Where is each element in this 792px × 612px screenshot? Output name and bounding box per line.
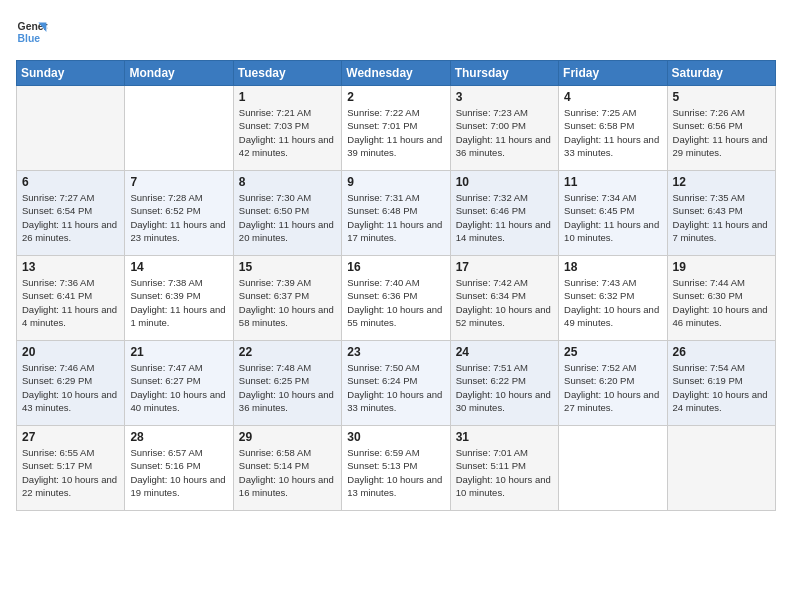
day-number: 3 bbox=[456, 90, 553, 104]
day-number: 24 bbox=[456, 345, 553, 359]
calendar-cell: 10Sunrise: 7:32 AM Sunset: 6:46 PM Dayli… bbox=[450, 171, 558, 256]
day-info: Sunrise: 7:22 AM Sunset: 7:01 PM Dayligh… bbox=[347, 106, 444, 159]
day-number: 23 bbox=[347, 345, 444, 359]
day-number: 2 bbox=[347, 90, 444, 104]
calendar-cell: 14Sunrise: 7:38 AM Sunset: 6:39 PM Dayli… bbox=[125, 256, 233, 341]
calendar-cell: 19Sunrise: 7:44 AM Sunset: 6:30 PM Dayli… bbox=[667, 256, 775, 341]
week-row-5: 27Sunrise: 6:55 AM Sunset: 5:17 PM Dayli… bbox=[17, 426, 776, 511]
calendar-cell: 2Sunrise: 7:22 AM Sunset: 7:01 PM Daylig… bbox=[342, 86, 450, 171]
day-info: Sunrise: 7:27 AM Sunset: 6:54 PM Dayligh… bbox=[22, 191, 119, 244]
day-info: Sunrise: 7:25 AM Sunset: 6:58 PM Dayligh… bbox=[564, 106, 661, 159]
day-number: 31 bbox=[456, 430, 553, 444]
calendar-cell: 31Sunrise: 7:01 AM Sunset: 5:11 PM Dayli… bbox=[450, 426, 558, 511]
calendar-cell: 5Sunrise: 7:26 AM Sunset: 6:56 PM Daylig… bbox=[667, 86, 775, 171]
day-info: Sunrise: 7:28 AM Sunset: 6:52 PM Dayligh… bbox=[130, 191, 227, 244]
header-row: SundayMondayTuesdayWednesdayThursdayFrid… bbox=[17, 61, 776, 86]
day-info: Sunrise: 7:35 AM Sunset: 6:43 PM Dayligh… bbox=[673, 191, 770, 244]
day-number: 22 bbox=[239, 345, 336, 359]
week-row-3: 13Sunrise: 7:36 AM Sunset: 6:41 PM Dayli… bbox=[17, 256, 776, 341]
logo-icon: General Blue bbox=[16, 16, 48, 48]
calendar-cell: 29Sunrise: 6:58 AM Sunset: 5:14 PM Dayli… bbox=[233, 426, 341, 511]
calendar-cell: 6Sunrise: 7:27 AM Sunset: 6:54 PM Daylig… bbox=[17, 171, 125, 256]
week-row-2: 6Sunrise: 7:27 AM Sunset: 6:54 PM Daylig… bbox=[17, 171, 776, 256]
day-number: 17 bbox=[456, 260, 553, 274]
calendar-cell bbox=[559, 426, 667, 511]
day-info: Sunrise: 6:58 AM Sunset: 5:14 PM Dayligh… bbox=[239, 446, 336, 499]
day-info: Sunrise: 7:54 AM Sunset: 6:19 PM Dayligh… bbox=[673, 361, 770, 414]
day-number: 10 bbox=[456, 175, 553, 189]
day-number: 21 bbox=[130, 345, 227, 359]
day-info: Sunrise: 7:46 AM Sunset: 6:29 PM Dayligh… bbox=[22, 361, 119, 414]
day-info: Sunrise: 7:47 AM Sunset: 6:27 PM Dayligh… bbox=[130, 361, 227, 414]
day-number: 26 bbox=[673, 345, 770, 359]
day-info: Sunrise: 7:40 AM Sunset: 6:36 PM Dayligh… bbox=[347, 276, 444, 329]
day-info: Sunrise: 7:26 AM Sunset: 6:56 PM Dayligh… bbox=[673, 106, 770, 159]
header-cell-friday: Friday bbox=[559, 61, 667, 86]
day-info: Sunrise: 7:21 AM Sunset: 7:03 PM Dayligh… bbox=[239, 106, 336, 159]
calendar-cell: 4Sunrise: 7:25 AM Sunset: 6:58 PM Daylig… bbox=[559, 86, 667, 171]
calendar-cell: 26Sunrise: 7:54 AM Sunset: 6:19 PM Dayli… bbox=[667, 341, 775, 426]
day-info: Sunrise: 7:42 AM Sunset: 6:34 PM Dayligh… bbox=[456, 276, 553, 329]
header-cell-wednesday: Wednesday bbox=[342, 61, 450, 86]
day-info: Sunrise: 7:31 AM Sunset: 6:48 PM Dayligh… bbox=[347, 191, 444, 244]
week-row-1: 1Sunrise: 7:21 AM Sunset: 7:03 PM Daylig… bbox=[17, 86, 776, 171]
day-info: Sunrise: 7:52 AM Sunset: 6:20 PM Dayligh… bbox=[564, 361, 661, 414]
day-number: 28 bbox=[130, 430, 227, 444]
calendar-cell: 17Sunrise: 7:42 AM Sunset: 6:34 PM Dayli… bbox=[450, 256, 558, 341]
day-info: Sunrise: 7:48 AM Sunset: 6:25 PM Dayligh… bbox=[239, 361, 336, 414]
day-number: 8 bbox=[239, 175, 336, 189]
day-info: Sunrise: 7:01 AM Sunset: 5:11 PM Dayligh… bbox=[456, 446, 553, 499]
day-number: 29 bbox=[239, 430, 336, 444]
day-info: Sunrise: 7:43 AM Sunset: 6:32 PM Dayligh… bbox=[564, 276, 661, 329]
calendar-table: SundayMondayTuesdayWednesdayThursdayFrid… bbox=[16, 60, 776, 511]
day-number: 6 bbox=[22, 175, 119, 189]
day-info: Sunrise: 7:39 AM Sunset: 6:37 PM Dayligh… bbox=[239, 276, 336, 329]
calendar-cell: 21Sunrise: 7:47 AM Sunset: 6:27 PM Dayli… bbox=[125, 341, 233, 426]
day-info: Sunrise: 7:30 AM Sunset: 6:50 PM Dayligh… bbox=[239, 191, 336, 244]
day-info: Sunrise: 7:36 AM Sunset: 6:41 PM Dayligh… bbox=[22, 276, 119, 329]
calendar-cell bbox=[17, 86, 125, 171]
day-number: 14 bbox=[130, 260, 227, 274]
calendar-cell: 8Sunrise: 7:30 AM Sunset: 6:50 PM Daylig… bbox=[233, 171, 341, 256]
day-number: 15 bbox=[239, 260, 336, 274]
calendar-cell: 15Sunrise: 7:39 AM Sunset: 6:37 PM Dayli… bbox=[233, 256, 341, 341]
day-info: Sunrise: 7:23 AM Sunset: 7:00 PM Dayligh… bbox=[456, 106, 553, 159]
day-info: Sunrise: 7:51 AM Sunset: 6:22 PM Dayligh… bbox=[456, 361, 553, 414]
day-number: 5 bbox=[673, 90, 770, 104]
calendar-cell: 11Sunrise: 7:34 AM Sunset: 6:45 PM Dayli… bbox=[559, 171, 667, 256]
calendar-cell: 12Sunrise: 7:35 AM Sunset: 6:43 PM Dayli… bbox=[667, 171, 775, 256]
day-info: Sunrise: 7:38 AM Sunset: 6:39 PM Dayligh… bbox=[130, 276, 227, 329]
day-number: 9 bbox=[347, 175, 444, 189]
calendar-cell: 25Sunrise: 7:52 AM Sunset: 6:20 PM Dayli… bbox=[559, 341, 667, 426]
day-number: 20 bbox=[22, 345, 119, 359]
calendar-cell: 9Sunrise: 7:31 AM Sunset: 6:48 PM Daylig… bbox=[342, 171, 450, 256]
day-info: Sunrise: 7:32 AM Sunset: 6:46 PM Dayligh… bbox=[456, 191, 553, 244]
day-number: 19 bbox=[673, 260, 770, 274]
day-info: Sunrise: 7:44 AM Sunset: 6:30 PM Dayligh… bbox=[673, 276, 770, 329]
calendar-cell: 18Sunrise: 7:43 AM Sunset: 6:32 PM Dayli… bbox=[559, 256, 667, 341]
calendar-cell: 24Sunrise: 7:51 AM Sunset: 6:22 PM Dayli… bbox=[450, 341, 558, 426]
day-number: 11 bbox=[564, 175, 661, 189]
calendar-cell: 1Sunrise: 7:21 AM Sunset: 7:03 PM Daylig… bbox=[233, 86, 341, 171]
calendar-cell: 23Sunrise: 7:50 AM Sunset: 6:24 PM Dayli… bbox=[342, 341, 450, 426]
header-cell-thursday: Thursday bbox=[450, 61, 558, 86]
day-number: 27 bbox=[22, 430, 119, 444]
calendar-cell: 3Sunrise: 7:23 AM Sunset: 7:00 PM Daylig… bbox=[450, 86, 558, 171]
week-row-4: 20Sunrise: 7:46 AM Sunset: 6:29 PM Dayli… bbox=[17, 341, 776, 426]
day-number: 16 bbox=[347, 260, 444, 274]
day-number: 4 bbox=[564, 90, 661, 104]
day-number: 25 bbox=[564, 345, 661, 359]
calendar-cell: 13Sunrise: 7:36 AM Sunset: 6:41 PM Dayli… bbox=[17, 256, 125, 341]
day-number: 18 bbox=[564, 260, 661, 274]
logo: General Blue bbox=[16, 16, 48, 48]
calendar-cell bbox=[667, 426, 775, 511]
day-number: 13 bbox=[22, 260, 119, 274]
svg-text:Blue: Blue bbox=[18, 33, 41, 44]
calendar-cell: 27Sunrise: 6:55 AM Sunset: 5:17 PM Dayli… bbox=[17, 426, 125, 511]
day-info: Sunrise: 7:50 AM Sunset: 6:24 PM Dayligh… bbox=[347, 361, 444, 414]
page-header: General Blue bbox=[16, 16, 776, 48]
calendar-cell: 22Sunrise: 7:48 AM Sunset: 6:25 PM Dayli… bbox=[233, 341, 341, 426]
day-info: Sunrise: 6:55 AM Sunset: 5:17 PM Dayligh… bbox=[22, 446, 119, 499]
calendar-cell: 16Sunrise: 7:40 AM Sunset: 6:36 PM Dayli… bbox=[342, 256, 450, 341]
day-info: Sunrise: 6:59 AM Sunset: 5:13 PM Dayligh… bbox=[347, 446, 444, 499]
